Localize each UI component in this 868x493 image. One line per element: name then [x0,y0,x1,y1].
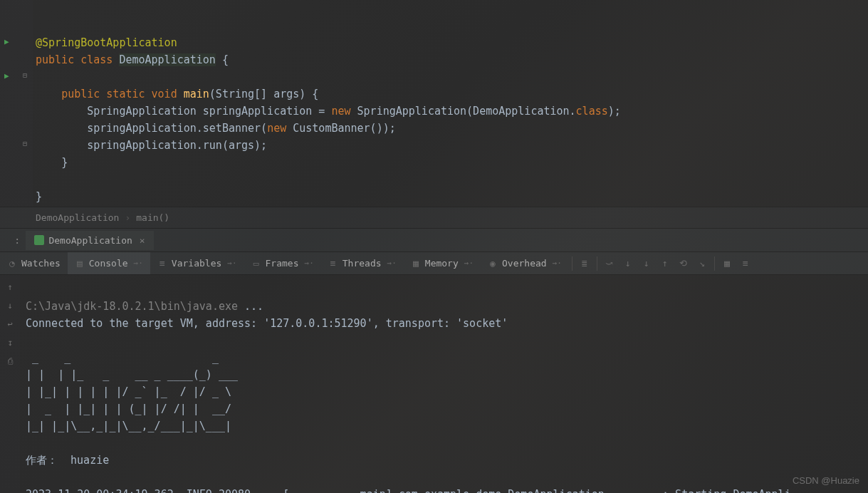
scroll-down-button[interactable]: ↓ [4,299,16,312]
tab-watches[interactable]: ◔ Watches [0,252,68,274]
run-gutter-icon[interactable]: ▶ [4,71,9,81]
trace-button[interactable]: ≡ [738,256,753,271]
tab-memory[interactable]: ▦ Memory →· [404,252,481,274]
separator [714,256,715,271]
separator [597,256,597,271]
tab-variables[interactable]: ≡ Variables →· [150,252,244,274]
java-path: C:\Java\jdk-18.0.2.1\bin\java.exe [26,300,244,313]
console-output[interactable]: C:\Java\jdk-18.0.2.1\bin\java.exe ...Con… [20,275,868,493]
frames-icon: ▭ [251,259,261,269]
tab-frames[interactable]: ▭ Frames →· [244,252,321,274]
method-name: main [184,88,209,100]
evaluate-button[interactable]: ▦ [720,256,734,271]
drop-frame-button[interactable]: ⟲ [676,256,691,271]
console-icon: ▤ [75,259,85,269]
pin-icon[interactable]: →· [305,259,314,268]
fold-icon[interactable]: ⊟ [23,71,27,79]
scroll-button[interactable]: ↧ [4,336,16,349]
overhead-icon: ◉ [488,259,498,269]
pin-icon[interactable]: →· [553,259,562,268]
tab-overhead[interactable]: ◉ Overhead →· [481,252,569,274]
ascii-banner: _ _ _ [26,349,862,366]
variables-icon: ≡ [157,259,167,269]
scroll-to-end-button[interactable]: ↑ [4,281,16,294]
step-into-button[interactable]: ↓ [621,256,635,271]
console-panel: ↑ ↓ ↩ ↧ ⎙ C:\Java\jdk-18.0.2.1\bin\java.… [0,275,868,493]
pin-icon[interactable]: →· [134,259,143,268]
memory-icon: ▦ [411,259,421,269]
code-content[interactable]: @SpringBootApplicationpublic class DemoA… [33,0,621,207]
fold-icon[interactable]: ⊟ [23,140,27,147]
step-over-button[interactable]: ⤻ [602,256,617,271]
keyword: class [80,53,113,66]
console-gutter: ↑ ↓ ↩ ↧ ⎙ [0,275,20,493]
run-label-suffix: : [14,234,20,246]
run-gutter-icon[interactable]: ▶ [4,37,9,46]
pin-icon[interactable]: →· [464,259,474,268]
watches-icon: ◔ [7,259,17,269]
debug-toolbar: ◔ Watches ▤ Console →· ≡ Variables →· ▭ … [0,251,868,275]
run-to-cursor-button[interactable]: ↘ [695,256,709,271]
class-name: DemoApplication [119,53,215,66]
tab-threads[interactable]: ≡ Threads →· [321,252,404,274]
step-over-button[interactable]: ≣ [577,256,592,271]
keyword: public [36,53,74,66]
tab-console[interactable]: ▤ Console →· [68,252,150,274]
force-step-button[interactable]: ↓ [639,256,654,271]
annotation: @SpringBootApplication [36,36,177,49]
code-editor[interactable]: ▶ ▶ ⊟ ⊟ @SpringBootApplicationpublic cla… [0,0,868,207]
banner-author: 作者： huazie [26,452,862,469]
soft-wrap-button[interactable]: ↩ [4,318,16,331]
editor-gutter: ▶ ▶ ⊟ ⊟ [0,0,33,207]
console-line: Connected to the target VM, address: '12… [26,315,862,332]
log-line: 2023-11-20 00:34:19.362 INFO 20080 --- [… [26,486,862,493]
pin-icon[interactable]: →· [227,259,236,268]
threads-icon: ≡ [328,259,338,269]
pin-icon[interactable]: →· [387,259,397,268]
step-out-button[interactable]: ↑ [658,256,672,271]
print-button[interactable]: ⎙ [4,355,16,368]
separator [572,256,572,271]
